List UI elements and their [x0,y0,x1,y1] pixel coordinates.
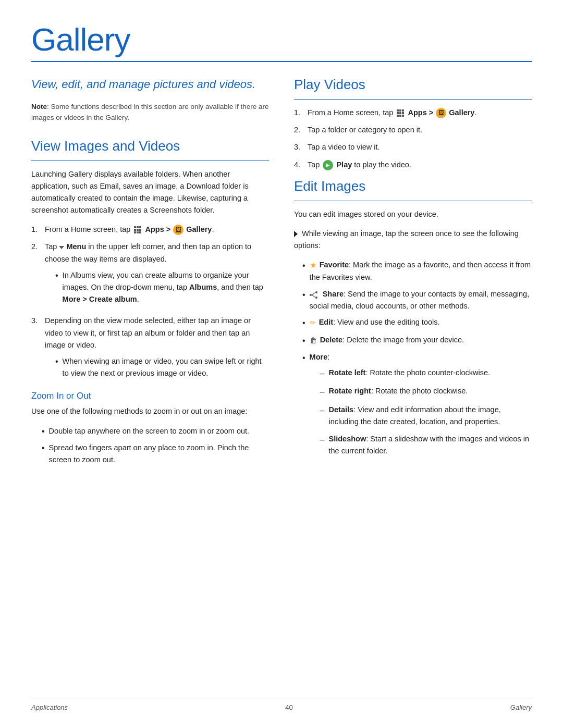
footer: Applications 40 Gallery [31,698,532,711]
more-create-bold: More > Create album [63,295,137,303]
step-1-num: 1. [31,224,42,236]
edit-bullet-delete-content: 🗑 Delete: Delete the image from your dev… [310,334,464,348]
step-2-bullet-1-content: In Albums view, you can create albums to… [63,269,269,306]
step-1: 1. From a Home screen, tap [31,224,269,236]
apps-icon-2 [396,108,405,118]
step-3-bullet-1: When viewing an image or video, you can … [55,355,269,379]
svg-rect-3 [134,229,136,231]
play-step-3-num: 3. [294,141,304,153]
gallery-icon-2: 🖼 [436,108,446,118]
edit-bullet-edit-content: ✏ Edit: View and use the editing tools. [310,316,440,330]
section-divider-play-videos [294,99,532,100]
step-1-content: From a Home screen, tap [45,224,269,236]
dash-rotate-right-content: Rotate right: Rotate the photo clockwise… [329,385,532,399]
play-step-4-content: Tap ▶ Play to play the video. [308,159,532,171]
view-images-steps: 1. From a Home screen, tap [31,224,269,384]
section-heading-play-videos: Play Videos [294,77,532,93]
svg-rect-17 [402,115,404,117]
note-body: : Some functions described in this secti… [31,103,268,121]
play-step-1-apps-text: Apps > [408,108,433,117]
svg-rect-7 [137,231,139,233]
favorite-bold: Favorite [320,261,349,269]
svg-rect-10 [399,109,401,112]
gallery-icon-1: 🖼 [173,225,183,235]
zoom-bullet-1-content: Double tap anywhere on the screen to zoo… [49,425,269,438]
step-2-bullet-1: In Albums view, you can create albums to… [55,269,269,306]
svg-rect-15 [397,115,399,117]
delete-icon: 🗑 [310,335,317,346]
edit-bullet-favorite-content: ★ Favorite: Mark the image as a favorite… [310,259,532,283]
triangle-icon [294,231,298,237]
page: Gallery View, edit, and manage pictures … [0,0,563,728]
play-icon: ▶ [323,160,333,170]
play-step-3-content: Tap a video to view it. [308,141,532,153]
svg-line-22 [312,295,315,298]
edit-images-intro: You can edit images stored on your devic… [294,208,532,220]
dash-rotate-right: Rotate right: Rotate the photo clockwise… [320,385,532,399]
edit-bold: Edit [319,318,333,326]
svg-rect-8 [139,231,141,233]
play-step-2-num: 2. [294,124,304,136]
right-column: Play Videos 1. From a Home screen, tap [294,77,532,471]
svg-rect-14 [402,112,404,114]
dash-rotate-left-content: Rotate left: Rotate the photo counter-cl… [329,367,532,380]
rotate-right-bold: Rotate right [329,387,371,395]
dash-rotate-left: Rotate left: Rotate the photo counter-cl… [320,367,532,380]
section-divider-view-images [31,161,269,161]
svg-rect-11 [402,109,404,112]
edit-images-triangle-item: While viewing an image, tap the screen o… [294,228,532,252]
play-step-3: 3. Tap a video to view it. [294,141,532,153]
play-step-1-num: 1. [294,107,304,119]
rotate-left-bold: Rotate left [329,368,366,377]
step-3-bullet-1-content: When viewing an image or video, you can … [63,355,269,379]
svg-rect-13 [399,112,401,114]
more-dash-list: Rotate left: Rotate the photo counter-cl… [320,367,532,458]
dash-details-content: Details: View and edit information about… [329,404,532,428]
dash-details: Details: View and edit information about… [320,404,532,428]
svg-rect-0 [134,226,136,228]
menu-arrow-icon [59,246,64,249]
zoom-bullets: Double tap anywhere on the screen to zoo… [42,425,269,466]
edit-bullet-edit: ✏ Edit: View and use the editing tools. [302,316,532,330]
edit-bullet-more: More: Rotate left: Rotate the photo coun… [302,351,532,462]
edit-bullet-more-content: More: Rotate left: Rotate the photo coun… [310,351,532,462]
dash-slideshow-content: Slideshow: Start a slideshow with the im… [329,433,532,457]
step-2-content: Tap Menu in the upper left corner, and t… [45,241,269,310]
note-label: Note [31,103,47,110]
step-3-num: 3. [31,315,42,384]
edit-bullet-share-content: Share: Send the image to your contacts b… [310,288,532,313]
play-videos-steps: 1. From a Home screen, tap [294,107,532,171]
edit-images-bullets: ★ Favorite: Mark the image as a favorite… [302,259,532,462]
share-icon [310,289,320,300]
view-images-body: Launching Gallery displays available fol… [31,168,269,217]
subtitle: View, edit, and manage pictures and vide… [31,77,269,92]
svg-rect-9 [397,109,399,112]
play-step-1: 1. From a Home screen, tap [294,107,532,119]
step-1-apps-text: Apps > [145,225,170,233]
edit-bullet-favorite: ★ Favorite: Mark the image as a favorite… [302,259,532,283]
zoom-bullet-2: Spread two fingers apart on any place to… [42,442,269,466]
edit-icon: ✏ [310,317,316,328]
star-icon: ★ [310,259,316,272]
play-step-1-gallery-text: Gallery [449,108,474,117]
svg-point-19 [315,297,317,299]
svg-rect-2 [139,226,141,228]
step-2-bullets: In Albums view, you can create albums to… [55,269,269,306]
step-2-num: 2. [31,241,42,310]
play-step-2-content: Tap a folder or category to open it. [308,124,532,136]
title-divider [31,61,532,62]
svg-rect-1 [137,226,139,228]
play-step-4-num: 4. [294,159,304,171]
footer-center: 40 [285,704,292,711]
two-col-layout: View, edit, and manage pictures and vide… [31,77,532,471]
dash-slideshow: Slideshow: Start a slideshow with the im… [320,433,532,457]
step-3-bullets: When viewing an image or video, you can … [55,355,269,379]
step-3: 3. Depending on the view mode selected, … [31,315,269,384]
svg-rect-5 [139,229,141,231]
footer-left: Applications [31,704,68,711]
footer-right: Gallery [510,704,532,711]
slideshow-bold: Slideshow [329,435,366,443]
step-1-gallery-text: Gallery [186,225,212,233]
play-step-4: 4. Tap ▶ Play to play the video. [294,159,532,171]
svg-rect-12 [397,112,399,114]
